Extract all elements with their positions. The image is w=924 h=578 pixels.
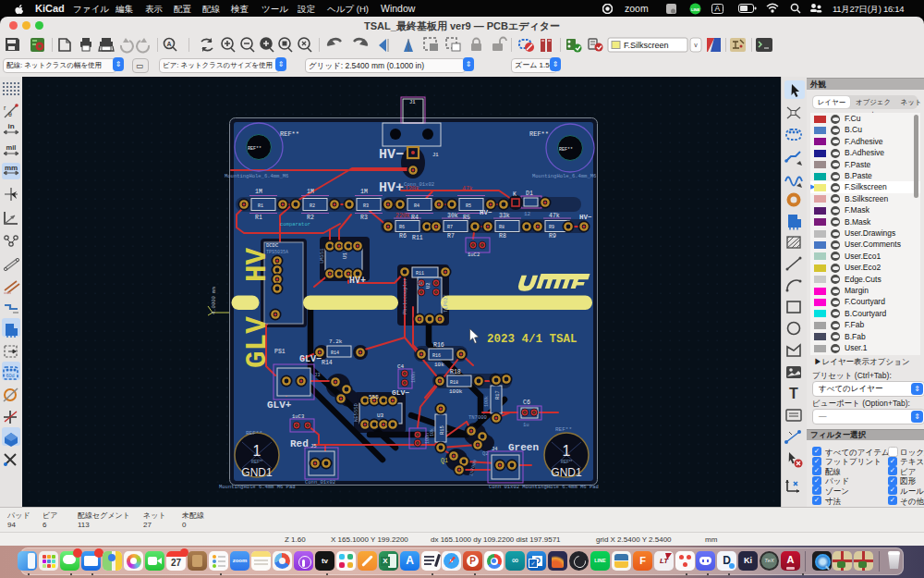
svg-text:47k: 47k (462, 186, 473, 192)
svg-text:TN7000: TN7000 (468, 414, 487, 421)
svg-text:R17: R17 (494, 390, 501, 400)
svg-text:100n: 100n (425, 433, 431, 444)
svg-text:Red: Red (290, 438, 309, 449)
svg-text:J5: J5 (310, 443, 317, 449)
svg-text:R5: R5 (466, 203, 471, 209)
svg-text:J1: J1 (432, 152, 439, 158)
svg-text:R2: R2 (310, 203, 315, 209)
svg-text:R4: R4 (414, 203, 419, 209)
svg-text:GND1: GND1 (551, 466, 582, 479)
svg-text:7.2k: 7.2k (329, 338, 343, 345)
svg-text:NE555D: NE555D (353, 402, 359, 422)
svg-text:r: r (4, 105, 6, 111)
svg-text:60d: 60d (6, 373, 14, 378)
svg-text:Green: Green (508, 442, 539, 453)
svg-text:R14: R14 (322, 360, 333, 366)
svg-text:REF**: REF** (555, 426, 572, 433)
svg-text:30k: 30k (447, 213, 458, 219)
svg-text:REF**: REF** (561, 460, 573, 464)
svg-text:Conn 01x02 MountingHole 6.4mm: Conn 01x02 MountingHole 6.4mm M6 Pad (489, 484, 599, 490)
svg-text:REF**: REF** (248, 146, 261, 152)
svg-text:1: 1 (253, 443, 261, 459)
svg-text:12: 12 (524, 211, 531, 217)
svg-text:U3: U3 (377, 412, 384, 419)
svg-text:HV+: HV+ (349, 276, 366, 286)
svg-text:R11: R11 (416, 271, 424, 277)
svg-text:U1: U1 (342, 252, 348, 259)
svg-text:C4: C4 (397, 363, 405, 370)
svg-text:1k: 1k (418, 281, 423, 287)
svg-text:1: 1 (563, 443, 571, 459)
svg-text:R16: R16 (433, 342, 444, 349)
svg-text:1M: 1M (360, 189, 368, 195)
svg-text:R16: R16 (432, 353, 441, 359)
svg-text:LM351: LM351 (319, 248, 325, 264)
svg-text:HV−: HV− (379, 147, 404, 163)
svg-text:HV−: HV− (579, 214, 592, 221)
svg-text:v: v (694, 42, 698, 48)
svg-text:R2: R2 (307, 215, 314, 221)
svg-text:R5: R5 (463, 215, 470, 221)
svg-text:TLP627: TLP627 (443, 294, 449, 313)
svg-text:R11: R11 (412, 235, 423, 241)
svg-text:10k: 10k (434, 362, 444, 368)
svg-text:T: T (789, 386, 798, 401)
svg-text:LINE: LINE (691, 7, 699, 12)
svg-text:1u: 1u (523, 422, 529, 428)
svg-text:HV+: HV+ (379, 180, 404, 196)
svg-text:U2: U2 (425, 282, 432, 289)
svg-text:GLV−: GLV− (392, 388, 409, 397)
svg-text:R9: R9 (549, 233, 556, 240)
svg-text:K: K (513, 191, 517, 198)
svg-text:R3: R3 (363, 203, 369, 209)
svg-text:R4: R4 (411, 215, 419, 221)
svg-text:R1: R1 (255, 215, 262, 221)
svg-text:in: in (7, 122, 14, 130)
svg-text:GLV: GLV (241, 316, 274, 368)
svg-text:R9: R9 (549, 225, 554, 230)
svg-text:R6: R6 (399, 225, 405, 230)
svg-text:J3: J3 (314, 372, 321, 378)
svg-text:TPS5035A: TPS5035A (266, 250, 288, 255)
svg-text:R15: R15 (439, 425, 445, 435)
svg-text:comparator: comparator (280, 221, 310, 228)
svg-text:R6: R6 (399, 233, 407, 240)
svg-text:100n: 100n (411, 372, 417, 383)
svg-text:33k: 33k (499, 213, 510, 219)
svg-text:Q1: Q1 (441, 458, 448, 464)
svg-text:J4: J4 (492, 446, 498, 452)
svg-text:4.0000 mm: 4.0000 mm (211, 287, 217, 314)
svg-text:mil: mil (6, 143, 17, 152)
svg-text:C6: C6 (523, 400, 530, 406)
svg-text:R7: R7 (447, 233, 455, 240)
svg-text:1uC3: 1uC3 (292, 413, 304, 420)
svg-text:1M: 1M (307, 189, 314, 195)
svg-text:J1: J1 (409, 99, 416, 105)
svg-text:Conn_01x02: Conn_01x02 (404, 181, 434, 188)
svg-text:DCDC: DCDC (266, 242, 279, 249)
svg-text:REF**: REF** (559, 147, 573, 153)
svg-text:MountingHole 6.4mm M6 Pad: MountingHole 6.4mm M6 Pad (219, 484, 296, 490)
svg-text:Photocoupler: Photocoupler (402, 277, 408, 314)
svg-text:θ: θ (8, 111, 12, 117)
svg-text:100k: 100k (484, 396, 490, 407)
svg-text:47k: 47k (549, 213, 560, 219)
svg-text:R1: R1 (258, 203, 263, 209)
svg-text:GLV−: GLV− (299, 354, 322, 364)
svg-text:220k: 220k (395, 213, 410, 219)
svg-text:REF**: REF** (246, 430, 262, 437)
svg-text:MountingHole_6.4mm_M6: MountingHole_6.4mm_M6 (225, 173, 288, 179)
svg-text:555: 555 (369, 394, 379, 400)
svg-text:Q2: Q2 (482, 450, 489, 457)
svg-text:F.Silkscreen: F.Silkscreen (624, 41, 669, 50)
svg-text:GND1: GND1 (241, 466, 273, 479)
svg-text:2023 4/1 TSAL: 2023 4/1 TSAL (487, 333, 578, 346)
svg-text:R8: R8 (499, 233, 506, 240)
svg-text:Conn_01x02: Conn_01x02 (305, 479, 335, 486)
svg-text:REF**: REF** (529, 130, 549, 138)
svg-text:REF**: REF** (251, 460, 263, 464)
svg-text:R3: R3 (360, 215, 368, 221)
svg-text:R8: R8 (499, 225, 505, 230)
svg-text:1uC2: 1uC2 (468, 252, 480, 258)
svg-text:A: A (166, 41, 171, 47)
